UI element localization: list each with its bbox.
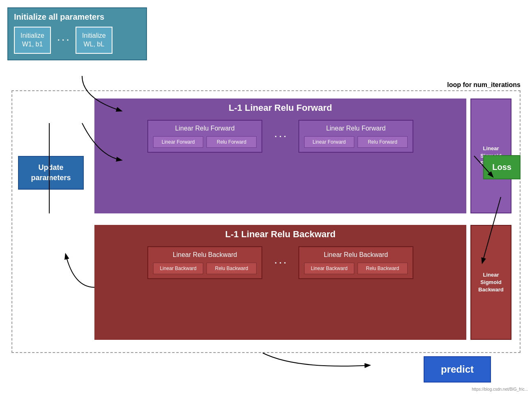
forward-outer-title: L-1 Linear Relu Forward (99, 103, 462, 113)
lrb-inner-1: Linear Backward Relu Backward (153, 263, 257, 274)
relu-forward-2: Relu Forward (358, 136, 408, 148)
linear-backward-2: Linear Backward (304, 263, 354, 274)
linear-sigmoid-backward-label: LinearSigmoidBackward (478, 271, 503, 294)
loop-label: loop for num_iterations (447, 81, 521, 89)
linear-relu-backward-box-2: Linear Relu Backward Linear Backward Rel… (298, 246, 413, 279)
relu-backward-1: Relu Backward (206, 263, 257, 274)
init-params-inner: InitializeW1, b1 · · · InitializeWL, bL (14, 27, 140, 54)
lrf-title-2: Linear Relu Forward (304, 125, 408, 132)
forward-outer-box: L-1 Linear Relu Forward Linear Relu Forw… (94, 98, 466, 213)
lrb-title-2: Linear Relu Backward (304, 251, 408, 259)
lrf-inner-1: Linear Forward Relu Forward (153, 136, 257, 148)
linear-forward-1: Linear Forward (153, 136, 203, 148)
backward-outer-title: L-1 Linear Relu Backward (99, 229, 462, 240)
backward-inner-row: Linear Relu Backward Linear Backward Rel… (99, 246, 462, 279)
linear-relu-forward-box-2: Linear Relu Forward Linear Forward Relu … (298, 120, 413, 153)
forward-dots: · · · (275, 132, 286, 141)
backward-dots: · · · (275, 258, 286, 268)
linear-forward-2: Linear Forward (304, 136, 354, 148)
init-wl-bl-box: InitializeWL, bL (76, 27, 112, 54)
linear-relu-backward-box-1: Linear Relu Backward Linear Backward Rel… (147, 246, 262, 279)
lrb-inner-2: Linear Backward Relu Backward (304, 263, 408, 274)
relu-backward-2: Relu Backward (358, 263, 408, 274)
loss-box: Loss (483, 155, 521, 179)
init-dots: · · · (57, 35, 69, 45)
linear-sigmoid-backward-box: LinearSigmoidBackward (470, 225, 511, 340)
lrf-inner-2: Linear Forward Relu Forward (304, 136, 408, 148)
linear-relu-forward-box-1: Linear Relu Forward Linear Forward Relu … (147, 120, 262, 153)
predict-box: predict (424, 356, 491, 383)
init-w1-b1-box: InitializeW1, b1 (14, 27, 51, 54)
init-params-container: Initialize all parameters InitializeW1, … (7, 7, 147, 60)
backward-outer-box: L-1 Linear Relu Backward Linear Relu Bac… (94, 225, 466, 340)
predict-label: predict (441, 364, 474, 375)
relu-forward-1: Relu Forward (206, 136, 257, 148)
init-params-title: Initialize all parameters (14, 12, 140, 22)
update-params-box: Updateparameters (18, 156, 84, 190)
forward-inner-row: Linear Relu Forward Linear Forward Relu … (99, 120, 462, 153)
linear-backward-1: Linear Backward (153, 263, 203, 274)
loss-label: Loss (492, 163, 511, 172)
watermark: https://blog.csdn.net/BIG_fric... (472, 387, 528, 392)
lrf-title-1: Linear Relu Forward (153, 125, 257, 132)
lrb-title-1: Linear Relu Backward (153, 251, 257, 259)
